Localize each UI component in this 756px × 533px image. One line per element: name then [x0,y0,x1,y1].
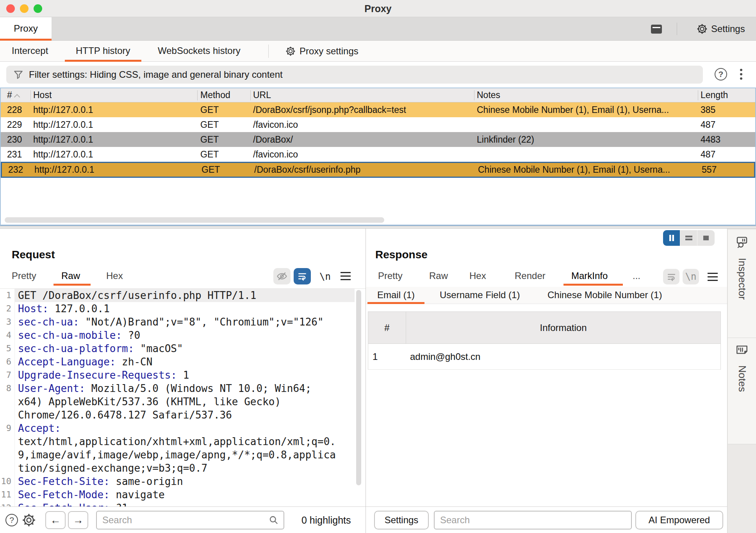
history-row-231[interactable]: 231http://127.0.0.1GET/favicon.ico487 [1,147,755,162]
history-cell [477,147,697,162]
subtab-websockets-history[interactable]: WebSockets history [158,41,241,62]
history-horizontal-scrollbar[interactable] [5,217,384,223]
markinfo-subtab-email[interactable]: Email (1) [377,287,415,304]
request-editor[interactable]: 1GET /DoraBox/csrf/userinfo.php HTTP/1.1… [0,288,366,506]
tab-proxy[interactable]: Proxy [0,17,52,41]
response-search-input[interactable] [440,515,626,526]
history-cell: 231 [7,147,30,162]
response-tab-render[interactable]: Render [515,270,546,281]
tabstrip-separator [677,23,677,35]
filter-help-icon[interactable]: ? [715,68,727,80]
column-header-host[interactable]: Host [33,88,52,102]
markinfo-subtab-mobile[interactable]: Chinese Mobile Number (1) [547,287,662,304]
search-icon [269,515,279,525]
response-menu-icon[interactable] [708,270,718,285]
sidebar-tab-inspector[interactable]: Inspector [728,230,756,338]
settings-label: Settings [711,23,745,34]
response-newline-toggle[interactable]: \n [683,269,699,284]
filter-settings-label: Filter settings: Hiding CSS, image and g… [29,69,283,80]
markinfo-rows: 1admin@gh0st.cn [368,344,720,370]
filter-funnel-icon [13,70,23,80]
request-line: x64) AppleWebKit/537.36 (KHTML, like Gec… [0,395,355,408]
history-cell: /DoraBox/csrf/jsonp.php?callback=test [253,102,474,117]
request-response-divider[interactable] [366,229,366,533]
request-line: text/html,application/xhtml+xml,applicat… [0,435,355,448]
request-tab-hex[interactable]: Hex [106,270,123,281]
window-title: Proxy [0,0,756,17]
history-cell: GET [200,102,251,117]
markinfo-settings-button[interactable]: Settings [374,511,429,529]
response-search-box[interactable] [434,511,632,529]
tab-proxy-label: Proxy [14,23,37,34]
response-tab-raw[interactable]: Raw [429,270,448,281]
queue-rows-button[interactable] [680,230,697,246]
newline-toggle[interactable]: \n [319,271,331,282]
response-tab-more[interactable]: ... [633,270,640,281]
history-row-232[interactable]: 232http://127.0.0.1GET/DoraBox/csrf/user… [1,162,755,178]
column-header-notes[interactable]: Notes [477,88,500,102]
column-header-number[interactable]: # [7,88,20,102]
response-word-wrap-toggle-icon[interactable] [663,269,679,284]
markinfo-row[interactable]: 1admin@gh0st.cn [368,344,720,370]
response-tab-markinfo[interactable]: MarkInfo [571,270,608,281]
markinfo-subtab-username[interactable]: Username Field (1) [440,287,520,304]
request-search-box[interactable] [96,511,284,529]
history-row-230[interactable]: 230http://127.0.0.1GET/DoraBox/Linkfinde… [1,132,755,147]
layout-toggle-icon[interactable] [651,24,662,34]
settings-button[interactable]: Settings [697,23,745,35]
request-tab-raw[interactable]: Raw [61,270,80,281]
markinfo-table-header: # Information [368,312,720,344]
sort-ascending-icon [14,94,20,100]
subtab-intercept[interactable]: Intercept [12,41,48,62]
markinfo-row-number: 1 [368,344,406,369]
markinfo-column-information: Information [406,312,720,343]
line-number: 7 [0,368,15,382]
response-tab-hex[interactable]: Hex [469,270,486,281]
line-number: 1 [0,289,15,302]
request-line: 3sec-ch-ua: "Not/A)Brand";v="8", "Chromi… [0,315,355,329]
column-header-length[interactable]: Length [701,88,728,102]
forward-button[interactable]: → [68,511,88,529]
stop-button[interactable] [697,230,715,246]
history-row-229[interactable]: 229http://127.0.0.1GET/favicon.ico487 [1,117,755,132]
filter-more-menu-icon[interactable] [740,69,743,80]
request-menu-icon[interactable] [341,270,351,284]
line-number: 8 [0,382,15,395]
history-row-228[interactable]: 228http://127.0.0.1GET/DoraBox/csrf/json… [1,102,755,117]
request-line: 11Sec-Fetch-Mode: navigate [0,488,355,501]
subtab-http-history[interactable]: HTTP history [76,41,130,62]
history-cell: 385 [701,102,753,117]
request-search-input[interactable] [102,515,269,526]
response-tab-pretty[interactable]: Pretty [378,270,403,281]
response-toolbar: Settings AI Empowered [366,506,727,533]
proxy-subtabs: Intercept HTTP history WebSockets histor… [0,41,756,62]
sidebar-tab-notes[interactable]: Notes [728,338,756,444]
line-text: Chrome/126.0.6478.127 Safari/537.36 [15,408,355,422]
panel-split-divider[interactable] [0,226,756,229]
line-number: 3 [0,315,15,329]
column-header-method[interactable]: Method [200,88,230,102]
line-number [0,435,15,448]
request-tab-pretty[interactable]: Pretty [12,270,36,281]
request-line: 9Accept: [0,422,355,435]
line-number: 9 [0,422,15,435]
line-text: text/html,application/xhtml+xml,applicat… [15,435,355,448]
gear-icon[interactable] [22,513,36,527]
subtab-proxy-settings[interactable]: Proxy settings [285,41,358,62]
history-cell: 557 [702,163,754,177]
request-editor-scrollbar[interactable] [356,290,361,485]
history-cell: http://127.0.0.1 [33,117,197,132]
back-button[interactable]: ← [45,511,66,529]
filter-settings-bar[interactable]: Filter settings: Hiding CSS, image and g… [6,66,703,84]
column-header-url[interactable]: URL [253,88,271,102]
sidebar-inspector-label: Inspector [736,258,748,300]
pause-button[interactable] [663,230,680,246]
history-cell: Linkfinder (22) [477,132,697,147]
help-icon[interactable]: ? [5,514,18,526]
ai-empowered-button[interactable]: AI Empowered [635,511,723,529]
history-cell: /favicon.ico [253,147,474,162]
word-wrap-toggle-icon[interactable] [294,268,311,284]
hide-highlights-eye-icon[interactable] [273,268,291,284]
line-text: tion/signed-exchange;v=b3;q=0.7 [15,461,355,475]
main-tabstrip: Proxy Settings [0,17,756,41]
